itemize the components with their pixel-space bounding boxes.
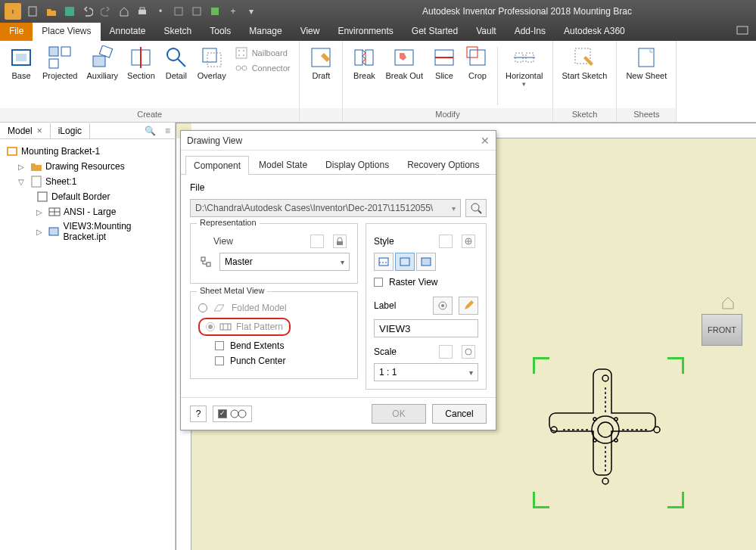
style-shaded-button[interactable] (416, 253, 436, 271)
window-title: Autodesk Inventor Professional 2018 Moun… (257, 6, 751, 17)
section-button[interactable]: Section (123, 44, 160, 108)
auxiliary-button[interactable]: Auxiliary (82, 44, 123, 108)
tab-overflow-icon[interactable] (729, 23, 756, 41)
crop-label: Crop (468, 71, 487, 80)
style-nohidden-button[interactable] (395, 253, 415, 271)
connector-button[interactable]: Connector (235, 62, 291, 74)
start-sketch-button[interactable]: Start Sketch (558, 44, 612, 108)
label-edit-button[interactable] (459, 297, 478, 315)
breakout-button[interactable]: Break Out (381, 44, 428, 108)
new-icon[interactable] (27, 5, 39, 17)
tree-view3[interactable]: ▷VIEW3:Mounting Bracket.ipt (3, 219, 172, 244)
view-toggle-icon[interactable] (310, 235, 324, 248)
qat-arrow-icon[interactable]: ▾ (245, 5, 257, 17)
rep-tree-icon[interactable] (198, 256, 213, 267)
scale-select[interactable]: 1 : 1 (374, 363, 478, 381)
expand-icon[interactable]: ▷ (36, 228, 45, 236)
dialog-titlebar[interactable]: Drawing View ✕ (181, 131, 496, 151)
group-sheets-label: Sheets (617, 108, 676, 122)
redo-icon[interactable] (100, 5, 112, 17)
viewcube-home-icon[interactable] (721, 296, 735, 309)
punch-center-checkbox[interactable] (215, 356, 224, 365)
home-icon[interactable] (118, 5, 130, 17)
open-icon[interactable] (45, 5, 58, 17)
collapse-icon[interactable]: ▽ (18, 178, 27, 186)
tab-annotate[interactable]: Annotate (101, 23, 155, 41)
tab-sketch[interactable]: Sketch (155, 23, 201, 41)
label-input[interactable] (374, 319, 478, 337)
qat-icon-2[interactable] (173, 5, 185, 17)
tab-vault[interactable]: Vault (467, 23, 505, 41)
scale-link-icon[interactable] (462, 345, 475, 359)
tab-environments[interactable]: Environments (328, 23, 402, 41)
file-path-field[interactable]: D:\Chandra\Autodesk Cases\Inventor\Dec-2… (190, 199, 461, 217)
tab-tools[interactable]: Tools (201, 23, 240, 41)
tab-component[interactable]: Component (185, 156, 249, 175)
tab-display-options[interactable]: Display Options (317, 155, 397, 174)
expand-icon[interactable]: ▷ (36, 208, 45, 216)
tree-sheet[interactable]: ▽Sheet:1 (3, 174, 172, 189)
search-icon[interactable]: 🔍 (140, 126, 160, 136)
detail-button[interactable]: Detail (160, 44, 193, 108)
tab-model-state[interactable]: Model State (250, 155, 316, 174)
scale-opt-icon[interactable] (439, 345, 453, 359)
base-button[interactable]: Base (5, 44, 38, 108)
style-hidden-button[interactable] (374, 253, 394, 271)
tree-border[interactable]: Default Border (3, 189, 172, 204)
bend-extents-checkbox[interactable] (215, 341, 224, 350)
svg-rect-3 (140, 8, 145, 10)
projected-button[interactable]: Projected (38, 44, 82, 108)
viewcube[interactable]: FRONT (702, 314, 742, 346)
expand-icon[interactable]: ▷ (18, 163, 27, 171)
horizontal-button[interactable]: Horizontal▾ (501, 44, 548, 108)
qat-icon-1[interactable]: • (154, 5, 166, 17)
print-icon[interactable] (136, 5, 148, 17)
draft-button[interactable]: Draft (304, 44, 338, 108)
tab-get-started[interactable]: Get Started (403, 23, 467, 41)
tab-add-ins[interactable]: Add-Ins (506, 23, 555, 41)
svg-rect-1 (65, 7, 74, 16)
close-icon[interactable]: ✕ (481, 135, 490, 147)
tab-place-views[interactable]: Place Views (33, 23, 100, 41)
tree-ansi[interactable]: ▷ANSI - Large (3, 204, 172, 219)
tree-root[interactable]: Mounting Bracket-1 (3, 144, 172, 159)
save-icon[interactable] (64, 5, 76, 17)
tree-resources[interactable]: ▷Drawing Resources (3, 159, 172, 174)
raster-checkbox[interactable] (374, 278, 383, 287)
break-button[interactable]: Break (347, 44, 381, 108)
tab-a360[interactable]: Autodesk A360 (555, 23, 634, 41)
preview-checkbox[interactable]: ✓ (218, 409, 227, 418)
style-link-icon[interactable] (462, 235, 475, 248)
browse-button[interactable] (465, 199, 487, 217)
qat-icon-3[interactable] (191, 5, 203, 17)
view-selection[interactable] (533, 357, 684, 508)
overlay-button[interactable]: Overlay (193, 44, 231, 108)
tab-file[interactable]: File (0, 23, 33, 41)
menu-icon[interactable]: ≡ (160, 126, 175, 136)
view-lock-icon[interactable] (333, 235, 347, 248)
drawing-icon (6, 145, 18, 157)
view-rep-select[interactable]: Master (219, 253, 350, 271)
app-icon[interactable]: I (5, 3, 21, 20)
close-tab-icon[interactable]: × (37, 126, 42, 136)
new-sheet-button[interactable]: New Sheet (621, 44, 671, 108)
svg-point-52 (602, 375, 608, 381)
help-button[interactable]: ? (190, 406, 207, 422)
tab-view[interactable]: View (291, 23, 329, 41)
cancel-button[interactable]: Cancel (432, 404, 487, 424)
style-opt-icon[interactable] (439, 235, 453, 248)
qat-plus-icon[interactable]: + (227, 5, 239, 17)
slice-button[interactable]: Slice (428, 44, 461, 108)
browser-tab-ilogic[interactable]: iLogic (51, 123, 90, 138)
label-visibility-button[interactable] (433, 297, 453, 315)
tab-recovery-options[interactable]: Recovery Options (399, 155, 487, 174)
tab-manage[interactable]: Manage (240, 23, 291, 41)
browser-tab-model[interactable]: Model× (0, 123, 51, 138)
qat-icon-4[interactable] (209, 5, 221, 17)
preview-toggle[interactable]: ✓ (213, 406, 252, 422)
svg-rect-0 (29, 7, 36, 16)
ok-button[interactable]: OK (372, 404, 426, 424)
crop-button[interactable]: Crop (461, 44, 494, 108)
nailboard-button[interactable]: Nailboard (235, 47, 291, 59)
undo-icon[interactable] (82, 5, 94, 17)
